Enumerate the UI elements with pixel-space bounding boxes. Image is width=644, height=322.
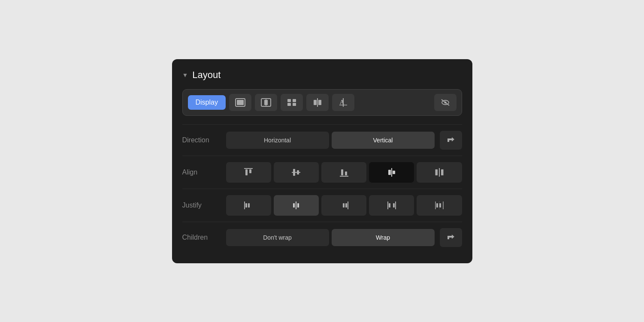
svg-rect-36 [245,203,247,208]
svg-rect-40 [297,203,299,208]
svg-rect-37 [248,203,250,208]
svg-rect-42 [343,203,345,208]
svg-rect-25 [341,169,343,175]
svg-rect-46 [389,203,390,208]
panel-title: Layout [192,69,221,81]
svg-rect-19 [245,169,248,175]
svg-rect-29 [393,171,395,174]
direction-vertical-btn[interactable]: Vertical [332,132,435,149]
svg-rect-1 [237,100,244,105]
justify-center-btn[interactable] [274,195,319,216]
svg-point-17 [444,101,446,103]
svg-rect-50 [436,203,438,208]
display-inline-center-icon-btn[interactable] [306,94,329,111]
svg-rect-39 [293,203,295,208]
direction-label: Direction [182,136,221,144]
align-bottom-btn[interactable] [321,162,366,183]
align-btn-group [226,162,462,183]
panel-header: ▼ Layout [182,69,462,81]
children-reverse-btn[interactable] [440,228,462,247]
svg-text:A: A [340,99,345,105]
svg-rect-31 [435,169,438,175]
children-no-wrap-btn[interactable]: Don't wrap [226,229,329,246]
svg-rect-26 [345,172,347,175]
justify-end-btn[interactable] [321,195,366,216]
svg-rect-28 [388,170,391,175]
svg-rect-20 [249,169,251,173]
justify-label: Justify [182,202,221,209]
direction-reverse-btn[interactable] [440,131,462,150]
children-row: Children Don't wrap Wrap [182,222,462,253]
align-center-v-btn[interactable] [369,162,414,183]
svg-rect-51 [439,203,441,208]
justify-space-around-btn[interactable] [417,195,462,216]
display-text-icon-btn[interactable]: A [332,94,354,111]
justify-row: Justify [182,189,462,222]
direction-row: Direction Horizontal Vertical [182,124,462,156]
svg-rect-5 [287,99,291,102]
display-grid-icon-btn[interactable] [281,94,303,111]
svg-rect-10 [314,100,317,105]
align-label: Align [182,169,221,176]
svg-rect-8 [293,103,296,106]
align-row: Align [182,156,462,189]
children-label: Children [182,234,221,241]
children-wrap-btn[interactable]: Wrap [332,229,435,246]
justify-space-between-btn[interactable] [369,195,414,216]
svg-rect-6 [293,99,296,102]
svg-rect-43 [345,203,347,208]
display-hidden-icon-btn[interactable] [434,94,457,111]
align-center-h-btn[interactable] [274,162,319,183]
svg-rect-47 [393,203,395,208]
layout-panel: ▼ Layout Display [172,59,472,263]
align-stretch-btn[interactable] [417,162,462,183]
display-block-icon-btn[interactable] [229,94,251,111]
children-btn-group: Don't wrap Wrap [226,229,435,246]
justify-start-btn[interactable] [226,195,271,216]
display-row: Display [182,89,462,116]
collapse-chevron-icon[interactable]: ▼ [182,72,188,78]
direction-horizontal-btn[interactable]: Horizontal [226,132,329,149]
justify-btn-group [226,195,462,216]
svg-rect-11 [318,100,321,105]
svg-rect-7 [287,103,291,106]
direction-btn-group: Horizontal Vertical [226,132,435,149]
svg-rect-23 [297,170,299,175]
svg-rect-22 [293,169,295,176]
display-inline-block-icon-btn[interactable] [255,94,277,111]
display-button[interactable]: Display [188,95,226,110]
align-top-btn[interactable] [226,162,271,183]
svg-rect-32 [441,169,443,175]
